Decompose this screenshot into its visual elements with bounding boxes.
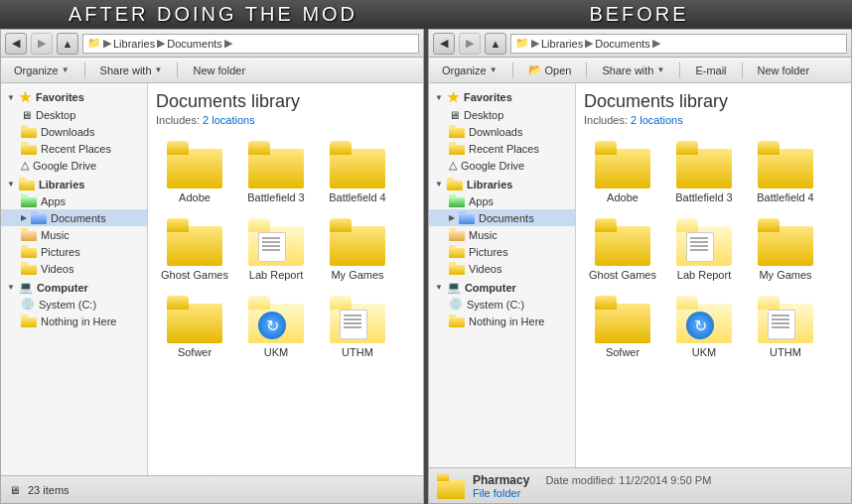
folder-ukm-circle — [258, 312, 286, 339]
right-sidebar-music[interactable]: Music — [429, 226, 575, 243]
right-open-button[interactable]: 📂 Open — [521, 61, 579, 79]
right-sidebar-apps[interactable]: Apps — [429, 192, 575, 209]
right-address-path[interactable]: 📁 ▶ Libraries ▶ Documents ▶ — [510, 34, 847, 54]
computer-section: ▼ 💻 Computer 💿 System (C:) Nothing in He… — [1, 279, 147, 329]
address-path[interactable]: 📁 ▶ Libraries ▶ Documents ▶ — [82, 34, 419, 54]
sidebar-item-videos[interactable]: Videos — [1, 260, 147, 277]
sidebar-item-google-drive[interactable]: △ Google Drive — [1, 157, 147, 174]
right-folder-bf3-icon — [676, 141, 732, 189]
right-path-documents[interactable]: Documents — [595, 38, 650, 50]
sidebar-item-downloads[interactable]: Downloads — [1, 123, 147, 140]
path-documents[interactable]: Documents — [167, 38, 222, 50]
folder-ukm-icon — [248, 296, 304, 343]
desktop-icon: 🖥 — [21, 109, 32, 121]
google-drive-icon: △ — [21, 159, 29, 172]
folder-battlefield4[interactable]: Battlefield 4 — [319, 136, 396, 209]
new-folder-button[interactable]: New folder — [186, 62, 252, 79]
folder-ghost-games[interactable]: Ghost Games — [156, 213, 233, 287]
right-libraries-header[interactable]: ▼ Libraries — [429, 176, 575, 192]
folder-lab-paper — [258, 232, 286, 262]
right-favorites-header[interactable]: ▼ ★ Favorites — [429, 87, 575, 107]
right-fav-triangle: ▼ — [435, 93, 443, 102]
right-folder-battlefield4[interactable]: Battlefield 4 — [747, 136, 824, 209]
left-toolbar: Organize ▼ Share with ▼ New folder — [1, 58, 423, 83]
sidebar-item-music[interactable]: Music — [1, 226, 147, 243]
right-status-bar: Pharmacy Date modified: 11/2/2014 9:50 P… — [429, 467, 851, 503]
right-path-libraries[interactable]: Libraries — [541, 38, 583, 50]
documents-folder-icon — [31, 211, 47, 224]
folder-sofwer[interactable]: Sofwer — [156, 291, 233, 364]
locations-link[interactable]: 2 locations — [203, 114, 255, 126]
right-sidebar-downloads[interactable]: Downloads — [429, 123, 575, 140]
right-computer-header[interactable]: ▼ 💻 Computer — [429, 279, 575, 296]
sidebar-item-nothing[interactable]: Nothing in Here — [1, 313, 147, 329]
right-folder-ghost-games[interactable]: Ghost Games — [584, 213, 661, 287]
libraries-header[interactable]: ▼ Libraries — [1, 176, 147, 192]
sidebar-item-recent-places[interactable]: Recent Places — [1, 140, 147, 157]
favorites-star-icon: ★ — [19, 89, 32, 105]
folder-ghost-label: Ghost Games — [161, 269, 228, 282]
share-with-button[interactable]: Share with ▼ — [93, 62, 170, 79]
right-title: BEFORE — [426, 3, 852, 26]
sidebar-item-pictures[interactable]: Pictures — [1, 243, 147, 260]
right-folder-my-games[interactable]: My Games — [747, 213, 824, 287]
folder-my-games[interactable]: My Games — [319, 213, 396, 287]
favorites-header[interactable]: ▼ ★ Favorites — [1, 87, 147, 107]
forward-button[interactable]: ▶ — [31, 33, 53, 55]
right-share-button[interactable]: Share with ▼ — [595, 62, 671, 79]
folder-battlefield3[interactable]: Battlefield 3 — [237, 136, 315, 209]
right-file-area: Documents library Includes: 2 locations … — [576, 83, 851, 467]
back-button[interactable]: ◀ — [5, 33, 27, 55]
right-email-button[interactable]: E-mail — [688, 62, 733, 79]
right-share-arrow: ▼ — [656, 65, 664, 74]
path-libraries[interactable]: Libraries — [113, 38, 155, 50]
right-drive-icon: 💿 — [449, 298, 463, 311]
folder-uthm-icon — [330, 296, 385, 343]
right-folder-uthm-label: UTHM — [770, 346, 801, 359]
right-locations-link[interactable]: 2 locations — [631, 114, 683, 126]
right-forward-button[interactable]: ▶ — [459, 33, 481, 55]
right-folder-ukm[interactable]: UKM — [665, 291, 743, 364]
right-up-button[interactable]: ▲ — [485, 33, 506, 55]
right-folder-uthm[interactable]: UTHM — [747, 291, 824, 364]
right-organize-button[interactable]: Organize ▼ — [435, 62, 504, 79]
up-button[interactable]: ▲ — [57, 33, 78, 55]
sidebar-item-system-c[interactable]: 💿 System (C:) — [1, 296, 147, 313]
sidebar-item-apps[interactable]: Apps — [1, 192, 147, 209]
folder-mygames-label: My Games — [331, 269, 383, 282]
music-folder-icon — [21, 228, 37, 241]
right-folder-battlefield3[interactable]: Battlefield 3 — [665, 136, 743, 209]
right-folder-bf4-label: Battlefield 4 — [757, 191, 813, 204]
right-sidebar-documents[interactable]: ▶ Documents — [429, 209, 575, 226]
folder-uthm[interactable]: UTHM — [319, 291, 396, 364]
right-folder-adobe[interactable]: Adobe — [584, 136, 661, 209]
right-sidebar-videos[interactable]: Videos — [429, 260, 575, 277]
sidebar-item-desktop[interactable]: 🖥 Desktop — [1, 107, 147, 123]
folder-ukm[interactable]: UKM — [237, 291, 315, 364]
right-library-subtitle: Includes: 2 locations — [584, 114, 843, 126]
right-sidebar-desktop[interactable]: 🖥 Desktop — [429, 107, 575, 123]
right-apps-icon — [449, 194, 465, 207]
computer-header[interactable]: ▼ 💻 Computer — [1, 279, 147, 296]
right-sidebar-nothing[interactable]: Nothing in Here — [429, 313, 575, 329]
title-bar: AFTER DOING THE MOD BEFORE — [0, 0, 852, 29]
left-panel: ◀ ▶ ▲ 📁 ▶ Libraries ▶ Documents ▶ Organi… — [0, 29, 424, 504]
right-sidebar-system-c[interactable]: 💿 System (C:) — [429, 296, 575, 313]
right-folder-uthm-paper — [768, 310, 795, 339]
folder-lab-report[interactable]: Lab Report — [237, 213, 315, 287]
right-sidebar-google-drive[interactable]: △ Google Drive — [429, 157, 575, 174]
right-folder-sofwer[interactable]: Sofwer — [584, 291, 661, 364]
right-sidebar-pictures[interactable]: Pictures — [429, 243, 575, 260]
left-library-subtitle: Includes: 2 locations — [156, 114, 415, 126]
organize-button[interactable]: Organize ▼ — [7, 62, 76, 79]
right-divider-3 — [679, 63, 680, 78]
right-sidebar-recent-places[interactable]: Recent Places — [429, 140, 575, 157]
right-videos-icon — [449, 262, 465, 275]
right-recent-icon — [449, 142, 465, 155]
sidebar-item-documents[interactable]: ▶ Documents — [1, 209, 147, 226]
right-new-folder-button[interactable]: New folder — [751, 62, 817, 79]
computer-triangle: ▼ — [7, 283, 15, 292]
right-folder-lab-report[interactable]: Lab Report — [665, 213, 743, 287]
folder-adobe[interactable]: Adobe — [156, 136, 233, 209]
right-back-button[interactable]: ◀ — [433, 33, 455, 55]
